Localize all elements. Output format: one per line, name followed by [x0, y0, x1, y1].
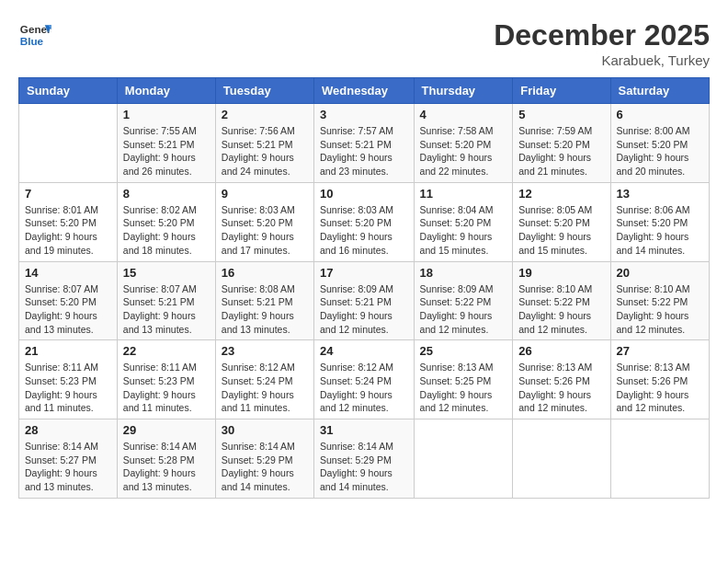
weekday-header-wednesday: Wednesday — [314, 78, 415, 104]
day-info: Sunrise: 8:09 AM Sunset: 5:22 PM Dayligh… — [420, 282, 507, 337]
day-number: 8 — [123, 187, 210, 201]
calendar-cell: 31Sunrise: 8:14 AM Sunset: 5:29 PM Dayli… — [314, 419, 415, 499]
day-number: 28 — [25, 423, 111, 437]
day-info: Sunrise: 8:14 AM Sunset: 5:27 PM Dayligh… — [25, 440, 111, 494]
calendar-cell: 23Sunrise: 8:12 AM Sunset: 5:24 PM Dayli… — [215, 340, 313, 419]
day-number: 19 — [518, 266, 604, 280]
day-info: Sunrise: 7:58 AM Sunset: 5:20 PM Dayligh… — [420, 124, 507, 178]
calendar-cell: 16Sunrise: 8:08 AM Sunset: 5:21 PM Dayli… — [215, 261, 313, 340]
calendar-cell: 13Sunrise: 8:06 AM Sunset: 5:20 PM Dayli… — [610, 182, 709, 261]
weekday-header-monday: Monday — [117, 78, 215, 104]
calendar-week-3: 14Sunrise: 8:07 AM Sunset: 5:20 PM Dayli… — [19, 261, 710, 340]
month-year-title: December 2025 — [494, 18, 710, 52]
calendar-cell: 9Sunrise: 8:03 AM Sunset: 5:20 PM Daylig… — [215, 182, 313, 261]
svg-text:Blue: Blue — [20, 35, 44, 47]
day-info: Sunrise: 8:03 AM Sunset: 5:20 PM Dayligh… — [320, 203, 408, 258]
day-info: Sunrise: 8:09 AM Sunset: 5:21 PM Dayligh… — [320, 282, 408, 337]
day-info: Sunrise: 8:01 AM Sunset: 5:20 PM Dayligh… — [25, 203, 111, 258]
logo: General Blue — [18, 18, 51, 52]
calendar-week-2: 7Sunrise: 8:01 AM Sunset: 5:20 PM Daylig… — [19, 182, 710, 261]
calendar-table: SundayMondayTuesdayWednesdayThursdayFrid… — [18, 77, 710, 499]
day-info: Sunrise: 8:14 AM Sunset: 5:28 PM Dayligh… — [123, 440, 210, 494]
calendar-cell: 29Sunrise: 8:14 AM Sunset: 5:28 PM Dayli… — [117, 419, 215, 499]
day-number: 12 — [518, 187, 604, 201]
calendar-cell: 6Sunrise: 8:00 AM Sunset: 5:20 PM Daylig… — [610, 104, 709, 183]
day-number: 5 — [518, 108, 604, 121]
calendar-week-4: 21Sunrise: 8:11 AM Sunset: 5:23 PM Dayli… — [19, 340, 710, 419]
day-info: Sunrise: 8:13 AM Sunset: 5:25 PM Dayligh… — [420, 361, 507, 415]
day-info: Sunrise: 8:04 AM Sunset: 5:20 PM Dayligh… — [420, 203, 507, 258]
day-info: Sunrise: 8:11 AM Sunset: 5:23 PM Dayligh… — [123, 361, 210, 415]
day-info: Sunrise: 8:08 AM Sunset: 5:21 PM Dayligh… — [222, 282, 308, 337]
location-subtitle: Karabuek, Turkey — [494, 52, 710, 68]
calendar-cell — [414, 419, 513, 499]
calendar-cell: 4Sunrise: 7:58 AM Sunset: 5:20 PM Daylig… — [414, 104, 513, 183]
day-info: Sunrise: 8:10 AM Sunset: 5:22 PM Dayligh… — [617, 282, 703, 337]
day-info: Sunrise: 7:57 AM Sunset: 5:21 PM Dayligh… — [320, 124, 408, 178]
weekday-header-friday: Friday — [513, 78, 610, 104]
weekday-header-sunday: Sunday — [19, 78, 118, 104]
day-info: Sunrise: 8:03 AM Sunset: 5:20 PM Dayligh… — [222, 203, 308, 258]
day-number: 9 — [222, 187, 308, 201]
calendar-cell: 3Sunrise: 7:57 AM Sunset: 5:21 PM Daylig… — [314, 104, 415, 183]
day-number: 18 — [420, 266, 507, 280]
day-number: 27 — [617, 344, 703, 358]
day-number: 22 — [123, 344, 210, 358]
day-number: 2 — [222, 108, 308, 121]
day-number: 23 — [222, 344, 308, 358]
calendar-cell: 30Sunrise: 8:14 AM Sunset: 5:29 PM Dayli… — [215, 419, 313, 499]
day-number: 20 — [617, 266, 703, 280]
day-number: 25 — [420, 344, 507, 358]
day-number: 26 — [518, 344, 604, 358]
day-info: Sunrise: 8:00 AM Sunset: 5:20 PM Dayligh… — [617, 124, 703, 178]
weekday-header-thursday: Thursday — [414, 78, 513, 104]
day-number: 31 — [320, 423, 408, 437]
day-number: 7 — [25, 187, 111, 201]
calendar-cell: 28Sunrise: 8:14 AM Sunset: 5:27 PM Dayli… — [19, 419, 118, 499]
calendar-cell: 26Sunrise: 8:13 AM Sunset: 5:26 PM Dayli… — [513, 340, 610, 419]
calendar-cell: 17Sunrise: 8:09 AM Sunset: 5:21 PM Dayli… — [314, 261, 415, 340]
calendar-cell: 7Sunrise: 8:01 AM Sunset: 5:20 PM Daylig… — [19, 182, 118, 261]
calendar-cell: 22Sunrise: 8:11 AM Sunset: 5:23 PM Dayli… — [117, 340, 215, 419]
day-number: 30 — [222, 423, 308, 437]
calendar-cell: 19Sunrise: 8:10 AM Sunset: 5:22 PM Dayli… — [513, 261, 610, 340]
calendar-cell: 15Sunrise: 8:07 AM Sunset: 5:21 PM Dayli… — [117, 261, 215, 340]
logo-icon: General Blue — [18, 18, 51, 52]
day-number: 3 — [320, 108, 408, 121]
day-number: 15 — [123, 266, 210, 280]
weekday-header-saturday: Saturday — [610, 78, 709, 104]
day-number: 29 — [123, 423, 210, 437]
day-number: 21 — [25, 344, 111, 358]
day-number: 24 — [320, 344, 408, 358]
calendar-header: SundayMondayTuesdayWednesdayThursdayFrid… — [19, 78, 710, 104]
day-number: 1 — [123, 108, 210, 121]
calendar-body: 1Sunrise: 7:55 AM Sunset: 5:21 PM Daylig… — [19, 104, 710, 499]
day-number: 10 — [320, 187, 408, 201]
day-info: Sunrise: 8:14 AM Sunset: 5:29 PM Dayligh… — [320, 440, 408, 494]
calendar-cell: 14Sunrise: 8:07 AM Sunset: 5:20 PM Dayli… — [19, 261, 118, 340]
day-number: 16 — [222, 266, 308, 280]
day-info: Sunrise: 8:07 AM Sunset: 5:20 PM Dayligh… — [25, 282, 111, 337]
weekday-header-tuesday: Tuesday — [215, 78, 313, 104]
day-number: 4 — [420, 108, 507, 121]
calendar-cell: 11Sunrise: 8:04 AM Sunset: 5:20 PM Dayli… — [414, 182, 513, 261]
day-info: Sunrise: 8:11 AM Sunset: 5:23 PM Dayligh… — [25, 361, 111, 415]
calendar-cell: 18Sunrise: 8:09 AM Sunset: 5:22 PM Dayli… — [414, 261, 513, 340]
day-info: Sunrise: 8:07 AM Sunset: 5:21 PM Dayligh… — [123, 282, 210, 337]
title-block: December 2025 Karabuek, Turkey — [494, 18, 710, 68]
day-info: Sunrise: 8:14 AM Sunset: 5:29 PM Dayligh… — [222, 440, 308, 494]
day-info: Sunrise: 8:12 AM Sunset: 5:24 PM Dayligh… — [222, 361, 308, 415]
calendar-cell — [610, 419, 709, 499]
calendar-cell: 1Sunrise: 7:55 AM Sunset: 5:21 PM Daylig… — [117, 104, 215, 183]
calendar-cell: 2Sunrise: 7:56 AM Sunset: 5:21 PM Daylig… — [215, 104, 313, 183]
day-info: Sunrise: 8:13 AM Sunset: 5:26 PM Dayligh… — [617, 361, 703, 415]
calendar-week-1: 1Sunrise: 7:55 AM Sunset: 5:21 PM Daylig… — [19, 104, 710, 183]
day-info: Sunrise: 8:10 AM Sunset: 5:22 PM Dayligh… — [518, 282, 604, 337]
day-info: Sunrise: 7:59 AM Sunset: 5:20 PM Dayligh… — [518, 124, 604, 178]
calendar-cell — [19, 104, 118, 183]
calendar-cell: 20Sunrise: 8:10 AM Sunset: 5:22 PM Dayli… — [610, 261, 709, 340]
day-info: Sunrise: 8:02 AM Sunset: 5:20 PM Dayligh… — [123, 203, 210, 258]
day-number: 17 — [320, 266, 408, 280]
calendar-cell: 5Sunrise: 7:59 AM Sunset: 5:20 PM Daylig… — [513, 104, 610, 183]
calendar-cell: 24Sunrise: 8:12 AM Sunset: 5:24 PM Dayli… — [314, 340, 415, 419]
